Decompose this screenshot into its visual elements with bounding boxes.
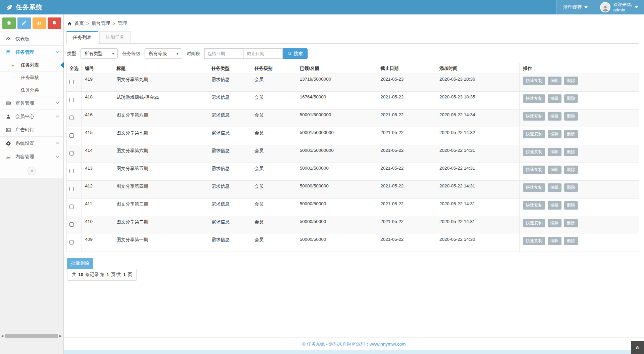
end-date-input[interactable] (244, 48, 283, 59)
chevron-down-icon (56, 156, 59, 158)
search-button[interactable]: 搜索 (283, 48, 308, 59)
quick-copy-button[interactable]: 快速复制 (523, 94, 545, 103)
clear-cache-button[interactable]: 清理缓存 (556, 0, 594, 14)
quick-copy-button[interactable]: 快速复制 (523, 77, 545, 85)
cell-quota: 50000/50000 (296, 234, 377, 252)
sidebar-collapse-row: « (0, 164, 63, 178)
edit-button[interactable]: 编辑 (548, 112, 561, 121)
row-checkbox[interactable] (69, 222, 74, 227)
batch-delete-button[interactable]: 批量删除 (67, 258, 93, 269)
quick-copy-button[interactable]: 快速复制 (523, 130, 545, 138)
row-checkbox[interactable] (69, 133, 74, 138)
tab-task-list[interactable]: 任务列表 (66, 31, 98, 44)
edit-button[interactable]: 编辑 (548, 94, 561, 103)
table-row: 419 图文分享第九期 需求信息 会员 13719/5000000 2021-0… (67, 74, 639, 92)
sidebar-item-label: 会员中心 (15, 114, 56, 120)
delete-button[interactable]: 删除 (564, 166, 578, 174)
delete-button[interactable]: 删除 (564, 94, 578, 103)
time-range-label: 时间段: (187, 51, 202, 57)
gear-icon (5, 140, 11, 146)
type-select[interactable]: 所有类型 ▼ (80, 48, 118, 59)
edit-quick-button[interactable] (17, 17, 31, 29)
quick-copy-button[interactable]: 快速复制 (523, 148, 545, 156)
sidebar-item-dashboard[interactable]: 仪表板 (0, 32, 63, 46)
cell-deadline: 2021-05-23 (377, 74, 436, 92)
users-quick-button[interactable] (33, 17, 46, 29)
sidebar-item-task-management[interactable]: 任务管理 (0, 46, 63, 59)
scroll-right-icon[interactable]: ▶ (59, 334, 62, 338)
level-select[interactable]: 所有等级 ▼ (145, 48, 182, 59)
delete-button[interactable]: 删除 (564, 148, 578, 156)
filter-bar: 类型: 所有类型 ▼ 任务等级: 所有等级 ▼ 时间段: 搜索 (67, 48, 639, 59)
start-date-input[interactable] (204, 48, 244, 59)
table-row: 410 图文分享第二期 需求信息 会员 50000/50000 2021-05-… (67, 216, 639, 234)
edit-button[interactable]: 编辑 (548, 237, 561, 245)
cell-added-time: 2020-05-22 14:32 (436, 127, 519, 145)
row-checkbox[interactable] (69, 151, 74, 156)
breadcrumb-separator: > (112, 21, 115, 26)
quick-copy-button[interactable]: 快速复制 (523, 219, 545, 227)
user-menu[interactable]: 欢迎光临, admin (594, 0, 644, 14)
sidebar: 仪表板 任务管理 » 任务列表 任务审核 (0, 14, 64, 354)
quick-copy-button[interactable]: 快速复制 (523, 183, 545, 192)
delete-button[interactable]: 删除 (564, 183, 578, 192)
table-row: 411 图文分享第三期 需求信息 会员 50000/50000 2021-05-… (67, 198, 639, 216)
delete-button[interactable]: 删除 (564, 77, 578, 85)
row-checkbox[interactable] (69, 116, 74, 120)
delete-button[interactable]: 删除 (564, 112, 578, 121)
sidebar-item-ad-slides[interactable]: 广告幻灯 (0, 123, 63, 137)
edit-button[interactable]: 编辑 (548, 130, 561, 138)
sidebar-item-finance[interactable]: 财务管理 (0, 96, 63, 110)
sidebar-item-task-category[interactable]: 任务分类 (0, 84, 63, 96)
pagination-text: 页 (128, 272, 132, 277)
cell-quota: 50001/5000000 (296, 109, 377, 127)
scroll-left-icon[interactable]: ◀ (1, 334, 3, 338)
row-checkbox[interactable] (69, 240, 74, 245)
sidebar-horizontal-scrollbar[interactable]: ◀ ▶ (0, 334, 63, 339)
quick-copy-button[interactable]: 快速复制 (523, 237, 545, 245)
row-checkbox[interactable] (69, 98, 74, 102)
cell-quota: 50001/500000 (296, 163, 377, 181)
breadcrumb-admin[interactable]: 后台管理 (91, 20, 110, 27)
record-count: 10 (77, 272, 84, 277)
delete-button[interactable]: 删除 (564, 130, 578, 138)
book-icon (5, 154, 11, 160)
cell-id: 409 (82, 234, 113, 252)
edit-button[interactable]: 编辑 (548, 77, 561, 85)
breadcrumb-home[interactable]: 首页 (74, 20, 84, 27)
row-checkbox[interactable] (69, 205, 74, 209)
drive-icon (5, 100, 11, 106)
quick-copy-button[interactable]: 快速复制 (523, 112, 545, 121)
edit-button[interactable]: 编辑 (548, 219, 561, 227)
sidebar-item-task-review[interactable]: 任务审核 (0, 72, 63, 84)
cell-task-level: 会员 (251, 92, 296, 109)
edit-button[interactable]: 编辑 (548, 148, 561, 156)
sidebar-item-task-list[interactable]: » 任务列表 (0, 59, 63, 72)
edit-button[interactable]: 编辑 (548, 201, 561, 210)
scrollbar-thumb[interactable] (5, 334, 58, 338)
cell-deadline: 2021-05-22 (377, 234, 436, 252)
notifications-quick-button[interactable] (48, 17, 61, 29)
delete-button[interactable]: 删除 (564, 237, 578, 245)
delete-button[interactable]: 删除 (564, 201, 578, 210)
footer-link[interactable]: www.hnymwl.com (370, 342, 406, 347)
back-to-top-button[interactable]: « (631, 341, 644, 354)
row-checkbox[interactable] (69, 169, 74, 173)
edit-button[interactable]: 编辑 (548, 183, 561, 192)
cell-added-time: 2020-05-22 14:31 (436, 163, 519, 181)
row-checkbox[interactable] (69, 80, 74, 84)
sidebar-item-members[interactable]: 会员中心 (0, 110, 63, 123)
edit-button[interactable]: 编辑 (548, 166, 561, 174)
page-footer: © 任务系统 - 源码来自阿奇源码：www.hnymwl.com (64, 338, 644, 350)
quick-copy-button[interactable]: 快速复制 (523, 166, 545, 174)
row-checkbox[interactable] (69, 187, 74, 191)
home-quick-button[interactable] (2, 17, 16, 29)
quick-copy-button[interactable]: 快速复制 (523, 201, 545, 210)
sidebar-item-settings[interactable]: 系统设置 (0, 137, 63, 150)
sidebar-collapse-button[interactable]: « (28, 167, 36, 175)
tab-add-task[interactable]: 添加任务 (99, 31, 131, 43)
total-pages: 1 (122, 272, 126, 277)
sidebar-item-content[interactable]: 内容管理 (0, 150, 63, 164)
delete-button[interactable]: 删除 (564, 219, 578, 227)
chevron-down-icon (56, 142, 59, 144)
